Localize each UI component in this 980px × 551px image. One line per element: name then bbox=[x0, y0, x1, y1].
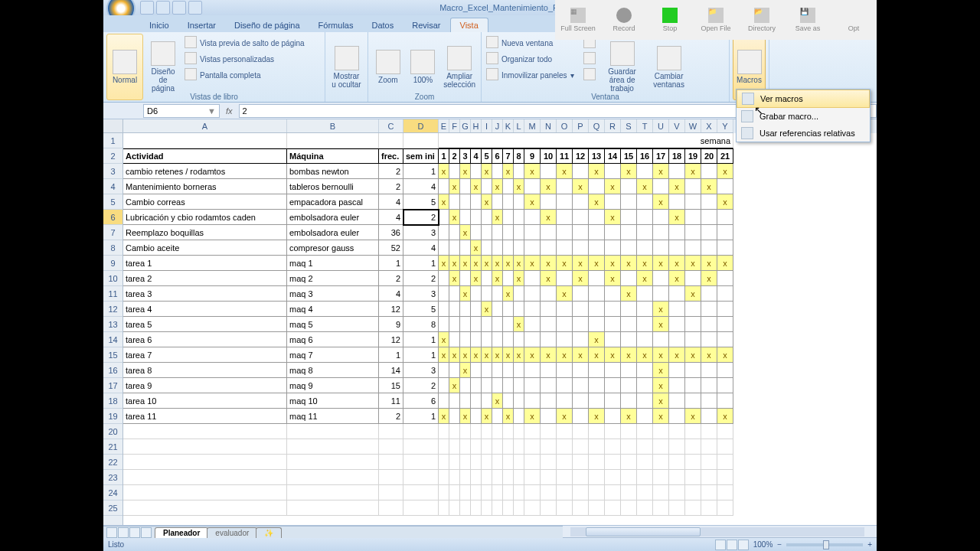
cell[interactable]: Reemplazo boquillas bbox=[123, 225, 287, 240]
cell[interactable]: x bbox=[514, 179, 524, 194]
cell[interactable] bbox=[573, 470, 589, 485]
cell[interactable] bbox=[685, 225, 701, 240]
cell[interactable] bbox=[685, 500, 701, 516]
cell[interactable] bbox=[524, 271, 541, 286]
cell[interactable] bbox=[379, 485, 403, 500]
cell[interactable]: tarea 4 bbox=[123, 302, 287, 317]
cell[interactable] bbox=[701, 485, 717, 500]
cell[interactable]: 13 bbox=[589, 148, 605, 164]
cell[interactable] bbox=[471, 225, 482, 240]
cell[interactable]: x bbox=[717, 164, 733, 179]
cell[interactable] bbox=[621, 225, 637, 240]
cell[interactable] bbox=[439, 470, 449, 485]
cell[interactable]: 6 bbox=[492, 148, 503, 164]
cell[interactable] bbox=[605, 332, 621, 347]
cell[interactable] bbox=[460, 378, 471, 393]
cell[interactable] bbox=[514, 439, 524, 455]
cell[interactable]: x bbox=[685, 347, 701, 363]
cell[interactable] bbox=[492, 164, 503, 179]
cell[interactable]: x bbox=[589, 332, 605, 347]
col-header[interactable]: E bbox=[439, 119, 449, 132]
row-header[interactable]: 23 bbox=[103, 470, 122, 485]
cell[interactable] bbox=[701, 500, 717, 516]
cell[interactable] bbox=[460, 470, 471, 485]
cell[interactable]: maq 1 bbox=[287, 256, 379, 271]
cell[interactable] bbox=[514, 500, 524, 516]
cell[interactable] bbox=[685, 393, 701, 409]
cell[interactable]: x bbox=[460, 286, 471, 302]
normal-view-button[interactable]: Normal bbox=[106, 34, 143, 100]
cell[interactable]: x bbox=[482, 164, 492, 179]
cell[interactable]: 16 bbox=[637, 148, 653, 164]
cell[interactable] bbox=[669, 164, 685, 179]
cell[interactable] bbox=[492, 194, 503, 210]
cell[interactable] bbox=[621, 210, 637, 225]
cell[interactable] bbox=[701, 409, 717, 424]
row-header[interactable]: 24 bbox=[103, 485, 122, 500]
view-normal-icon[interactable] bbox=[715, 540, 726, 550]
cell[interactable]: 11 bbox=[379, 393, 403, 409]
cell[interactable]: x bbox=[621, 164, 637, 179]
switch-windows-button[interactable]: Cambiar ventanas bbox=[648, 34, 691, 100]
cell[interactable] bbox=[287, 133, 379, 148]
cell[interactable] bbox=[471, 317, 482, 332]
cell[interactable]: x bbox=[701, 271, 717, 286]
cell[interactable]: 1 bbox=[403, 347, 439, 363]
row-header[interactable]: 13 bbox=[103, 317, 122, 332]
row-header[interactable]: 5 bbox=[103, 194, 122, 210]
cell[interactable] bbox=[637, 424, 653, 439]
menu-relative-refs[interactable]: Usar referencias relativas bbox=[737, 125, 870, 142]
cell[interactable]: x bbox=[669, 179, 685, 194]
cell[interactable] bbox=[621, 317, 637, 332]
cell[interactable]: x bbox=[460, 256, 471, 271]
cell[interactable] bbox=[541, 393, 557, 409]
cell[interactable] bbox=[589, 210, 605, 225]
cell[interactable] bbox=[403, 500, 439, 516]
cell[interactable]: 2 bbox=[403, 378, 439, 393]
cell[interactable] bbox=[605, 393, 621, 409]
cell[interactable]: tarea 10 bbox=[123, 393, 287, 409]
cell[interactable] bbox=[471, 500, 482, 516]
cell[interactable]: x bbox=[449, 256, 460, 271]
cell[interactable]: Cambio aceite bbox=[123, 240, 287, 256]
cell[interactable]: 1 bbox=[403, 164, 439, 179]
cell[interactable]: tableros bernoulli bbox=[287, 179, 379, 194]
page-layout-button[interactable]: Diseño de página bbox=[145, 34, 181, 100]
cell[interactable] bbox=[460, 485, 471, 500]
tab-fórmulas[interactable]: Fórmulas bbox=[309, 18, 363, 32]
cell[interactable] bbox=[460, 302, 471, 317]
cell[interactable] bbox=[379, 439, 403, 455]
cell[interactable] bbox=[573, 317, 589, 332]
cell[interactable] bbox=[669, 409, 685, 424]
cell[interactable] bbox=[460, 500, 471, 516]
cell[interactable] bbox=[621, 378, 637, 393]
cell[interactable] bbox=[637, 194, 653, 210]
cell[interactable]: x bbox=[621, 256, 637, 271]
cell[interactable] bbox=[605, 439, 621, 455]
cell[interactable]: 1 bbox=[403, 256, 439, 271]
cell[interactable] bbox=[717, 424, 733, 439]
cell[interactable]: x bbox=[492, 271, 503, 286]
cell[interactable] bbox=[439, 210, 449, 225]
col-header[interactable]: D bbox=[403, 119, 439, 132]
cell[interactable]: x bbox=[653, 256, 669, 271]
cell[interactable] bbox=[701, 363, 717, 378]
cell[interactable]: maq 3 bbox=[287, 286, 379, 302]
cell[interactable] bbox=[621, 194, 637, 210]
cell[interactable]: x bbox=[449, 378, 460, 393]
cell[interactable] bbox=[621, 470, 637, 485]
cell[interactable]: maq 11 bbox=[287, 409, 379, 424]
cell[interactable] bbox=[471, 393, 482, 409]
cell[interactable] bbox=[637, 455, 653, 470]
cell[interactable]: x bbox=[637, 179, 653, 194]
cell[interactable] bbox=[503, 393, 514, 409]
show-hide-button[interactable]: Mostrar u ocultar bbox=[328, 34, 364, 100]
cell[interactable]: maq 2 bbox=[287, 271, 379, 286]
cell[interactable] bbox=[637, 470, 653, 485]
tab-datos[interactable]: Datos bbox=[362, 18, 403, 32]
row-header[interactable]: 16 bbox=[103, 363, 122, 378]
cell[interactable]: maq 8 bbox=[287, 363, 379, 378]
cell[interactable]: 15 bbox=[379, 378, 403, 393]
cell[interactable]: embolsadora euler bbox=[287, 210, 379, 225]
cell[interactable] bbox=[621, 485, 637, 500]
